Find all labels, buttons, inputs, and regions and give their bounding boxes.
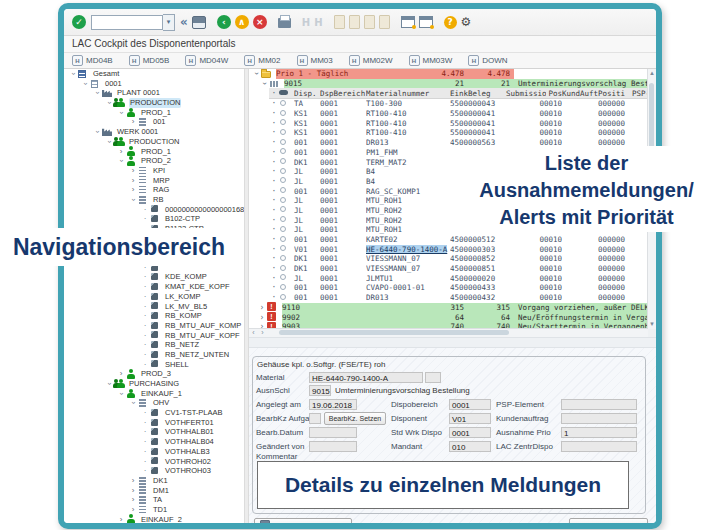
column-header-disp-[interactable]: Disp. [294, 89, 320, 98]
tree-item-kpi[interactable]: ›KPI [64, 166, 244, 176]
alert-summary-row-9110[interactable]: ›!9110315315Vorgang vorziehen, außer DEL… [257, 303, 648, 313]
field-value-psp-element[interactable] [561, 399, 637, 410]
last-page-icon[interactable] [379, 15, 390, 29]
column-header-pos[interactable]: Pos [546, 89, 562, 98]
alert-row[interactable]: ·0010001KARTE02450000051200010000000 [269, 235, 648, 245]
expander-icon[interactable]: › [116, 515, 126, 525]
tab-md04w[interactable]: HMD04W [185, 55, 228, 66]
expander-icon[interactable]: › [68, 69, 78, 79]
expander-icon[interactable]: › [260, 79, 269, 89]
tree-item-gesamt[interactable]: ›Gesamt [64, 69, 244, 79]
tree-item-td1[interactable]: ›TD1 [64, 505, 244, 515]
tab-mm02[interactable]: HMM02 [244, 55, 280, 66]
material-cell[interactable]: CVAPO-0001-01 [366, 283, 425, 292]
panel-splitter-horizontal[interactable] [249, 337, 656, 348]
column-header-materialnummer[interactable]: Materialnummer [366, 89, 450, 98]
tab-mm02w[interactable]: HMM02W [349, 55, 393, 66]
tree-item-production[interactable]: ›PRODUCTION [64, 137, 244, 147]
command-dropdown-icon[interactable]: ▾ [163, 14, 175, 31]
tree-item-plant-0001[interactable]: ›PLANT 0001 [64, 88, 244, 98]
field-value-ge-ndert-von[interactable] [309, 441, 357, 452]
field-value-material-extra[interactable] [425, 372, 441, 383]
help-icon[interactable]: ? [444, 16, 457, 29]
tab-down[interactable]: HDOWN [468, 55, 507, 66]
new-session-icon[interactable] [401, 16, 415, 28]
field-value-dispobereich[interactable]: 0001 [449, 399, 491, 410]
alert-row[interactable]: ·DK10001VIESSMANN_0745000008520001000000… [269, 254, 648, 264]
tab-mm03w[interactable]: HMM03W [409, 55, 453, 66]
expander-icon[interactable]: › [128, 185, 138, 195]
tree-item-rb-mtu-auf-kopf[interactable]: ·RB_MTU_AUF_KOPF [64, 331, 244, 341]
field-value-disponent[interactable]: V01 [449, 413, 491, 424]
expander-icon[interactable]: › [116, 156, 126, 166]
expander-icon[interactable]: › [92, 88, 102, 98]
tree-item-production[interactable]: ›PRODUCTION [64, 98, 244, 108]
alert-row[interactable]: ·JL0001JLMTU1450000002000010000000 [269, 273, 648, 283]
field-value-kundenauftrag[interactable] [561, 413, 637, 424]
expander-icon[interactable]: › [116, 108, 126, 118]
tree-item-00000000000000001681[interactable]: ·00000000000000001681 [64, 205, 244, 215]
tree-item-vothroh02[interactable]: ·VOTHROH02 [64, 457, 244, 467]
material-cell[interactable]: DR013 [366, 138, 389, 147]
tree-item-ta[interactable]: ›TA [64, 495, 244, 505]
tab-md04b[interactable]: HMD04B [72, 55, 113, 66]
tree-item-rb-netz-unten[interactable]: ·RB_NETZ_UNTEN [64, 350, 244, 360]
save-comment-button[interactable]: Kommentar speichern [254, 518, 352, 529]
scroll-left-icon[interactable]: ‹ [249, 329, 258, 337]
expander-icon[interactable]: › [257, 303, 267, 312]
expander-icon[interactable]: › [116, 389, 126, 399]
column-header-dspbereich[interactable]: DspBereich [320, 89, 366, 98]
tree-item-shell[interactable]: ·SHELL [64, 360, 244, 370]
expander-icon[interactable]: › [116, 147, 126, 157]
collapse-icon[interactable]: « [180, 15, 188, 29]
material-cell[interactable]: DR013 [366, 293, 389, 302]
tree-item-001[interactable]: ›001 [64, 117, 244, 127]
field-value-bearbkz-aufgabe[interactable] [309, 413, 321, 424]
material-cell[interactable]: RT100-410 [366, 128, 407, 137]
material-cell[interactable]: HE-6440-790-1400-A [366, 245, 447, 254]
tree-item-mrp[interactable]: ›MRP [64, 176, 244, 186]
expander-icon[interactable]: › [128, 486, 138, 496]
scroll-up-icon[interactable]: ▲ [648, 69, 656, 78]
find-next-icon[interactable]: H [314, 17, 322, 28]
tree-item-dk1[interactable]: ›DK1 [64, 476, 244, 486]
expander-icon[interactable]: › [128, 476, 138, 486]
field-value-lac-zentrdispo[interactable] [561, 441, 637, 452]
field-value-material[interactable]: HE-6440-790-1400-A [309, 372, 423, 383]
material-cell[interactable]: VIESSMANN_07 [366, 264, 420, 273]
alert-priority-group-row[interactable]: ›Prio 1 - Täglich4.4784.478 [251, 69, 648, 79]
column-header-einkbeleg[interactable]: EinkBeleg [450, 89, 506, 98]
expander-icon[interactable]: › [116, 369, 126, 379]
tree-item-vothhalb04[interactable]: ·VOTHHALB04 [64, 437, 244, 447]
material-cell[interactable]: B4 [366, 167, 375, 176]
expander-icon[interactable]: › [252, 69, 261, 79]
find-icon[interactable]: H [302, 17, 310, 28]
alert-row[interactable]: ·KS10001RT100-410550000004100010000000 [269, 128, 648, 138]
expander-icon[interactable]: › [128, 166, 138, 176]
expander-icon[interactable]: › [92, 127, 102, 137]
column-header-submission[interactable]: Submission [506, 89, 546, 98]
expander-icon[interactable]: › [128, 505, 138, 515]
save-icon[interactable] [192, 16, 206, 29]
tree-item-werk-0001[interactable]: ›WERK 0001 [64, 127, 244, 137]
material-cell[interactable]: RT100-410 [366, 119, 407, 128]
column-header-kundauft[interactable]: KundAuft [562, 89, 598, 98]
tree-item-prod-2[interactable]: ›PROD_2 [64, 156, 244, 166]
tree-item-rb-komp[interactable]: ·RB_KOMP [64, 311, 244, 321]
next-page-icon[interactable] [364, 15, 375, 29]
material-cell[interactable]: VIESSMANN_07 [366, 254, 420, 263]
back-icon[interactable]: ‹ [217, 15, 231, 29]
expander-icon[interactable]: › [128, 495, 138, 505]
field-value-ausnahme-prio[interactable]: 1 [561, 427, 637, 438]
material-cell[interactable]: B4 [366, 177, 375, 186]
command-field[interactable]: ▾ [91, 14, 175, 31]
tree-item-vothhalb01[interactable]: ·VOTHHALB01 [64, 427, 244, 437]
exit-icon[interactable]: ∧ [235, 15, 249, 29]
tree-item-lk-komp[interactable]: ·LK_KOMP [64, 292, 244, 302]
print-icon[interactable] [278, 18, 291, 28]
material-cell[interactable]: KARTE02 [366, 235, 398, 244]
comment-textarea[interactable]: Details zu einzelnen Meldungen [257, 461, 629, 509]
tree-item-cv1-tst-plaab[interactable]: ·CV1-TST-PLAAB [64, 408, 244, 418]
field-value-mandant[interactable]: 010 [449, 441, 491, 452]
tab-mm03[interactable]: HMM03 [297, 55, 333, 66]
